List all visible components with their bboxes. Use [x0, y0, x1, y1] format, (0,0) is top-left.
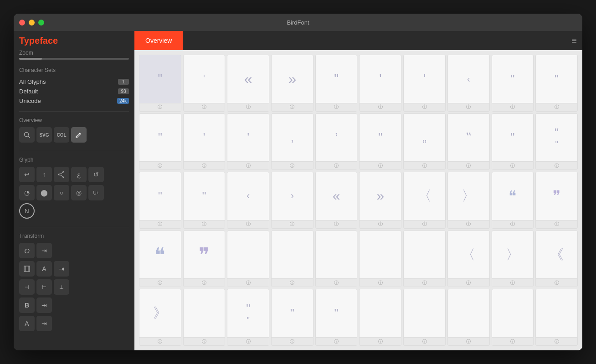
- glyph-cell[interactable]: ‹ ⓘ: [227, 172, 269, 229]
- glyph-cell[interactable]: ❞ ⓘ: [183, 231, 226, 287]
- glyph-cell[interactable]: 〈 ⓘ: [403, 172, 446, 229]
- glyph-cell[interactable]: ⓘ: [359, 289, 401, 346]
- resize-transform-tool[interactable]: [19, 261, 35, 277]
- glyph-info: ⓘ: [227, 103, 269, 111]
- glyph-cell[interactable]: " ⓘ: [139, 172, 181, 229]
- glyph-cell[interactable]: ⓘ: [535, 289, 578, 346]
- glyph-cell[interactable]: « ⓘ: [315, 172, 358, 229]
- overview-section-label: Overview: [19, 117, 129, 123]
- font-transform-tool[interactable]: A: [19, 316, 35, 331]
- glyph-cell[interactable]: " ⓘ: [535, 55, 578, 112]
- move-right-transform-tool[interactable]: ⇥: [36, 243, 52, 258]
- col-tool[interactable]: COL: [54, 127, 69, 143]
- italic-transform-tool[interactable]: O: [19, 243, 35, 258]
- glyph-cell[interactable]: ‟ ⓘ: [447, 113, 490, 170]
- glyph-cell[interactable]: ⓘ: [315, 231, 358, 287]
- glyph-cell[interactable]: ' ⓘ: [183, 55, 226, 112]
- glyph-cell[interactable]: " ⓘ: [139, 55, 181, 112]
- search-tool[interactable]: [19, 127, 35, 143]
- rotate-tool[interactable]: ↺: [88, 167, 104, 182]
- tab-overview[interactable]: Overview: [134, 31, 183, 50]
- menu-icon[interactable]: ≡: [571, 36, 577, 46]
- glyph-cell[interactable]: ‚ ⓘ: [271, 113, 313, 170]
- glyph-cell[interactable]: 》 ⓘ: [139, 289, 181, 346]
- glyph-cell[interactable]: » ⓘ: [271, 55, 313, 112]
- glyph-cell[interactable]: „ ⓘ: [403, 113, 446, 170]
- glyph-cell[interactable]: ‹ ⓘ: [447, 55, 490, 112]
- glyph-cell[interactable]: « ⓘ: [227, 55, 269, 112]
- glyph-cell[interactable]: " ⓘ: [315, 55, 358, 112]
- close-button[interactable]: [19, 20, 25, 26]
- glyph-cell[interactable]: " ⓘ: [271, 289, 313, 346]
- glyph-cell[interactable]: " ⓘ: [315, 289, 358, 346]
- glyph-cell[interactable]: ⓘ: [447, 289, 490, 346]
- char-set-unicode[interactable]: Unicode 24k: [19, 96, 129, 106]
- glyph-cell[interactable]: ⓘ: [403, 231, 446, 287]
- glyph-cell[interactable]: ' ⓘ: [403, 55, 446, 112]
- glyph-info: ⓘ: [227, 161, 269, 169]
- glyph-cell[interactable]: 《 ⓘ: [535, 231, 578, 287]
- glyph-cell[interactable]: " ⓘ: [492, 113, 534, 170]
- maximize-button[interactable]: [38, 20, 44, 26]
- glyph-info: ⓘ: [448, 103, 489, 111]
- glyph-cell[interactable]: ❝ ⓘ: [492, 172, 534, 229]
- glyph-cell[interactable]: " ⓘ: [492, 55, 534, 112]
- unicode-tool[interactable]: U+: [88, 185, 104, 200]
- up-tool[interactable]: ↑: [36, 167, 52, 182]
- glyph-cell[interactable]: ⓘ: [271, 231, 313, 287]
- char-set-all-glyphs[interactable]: All Glyphs 1: [19, 77, 129, 87]
- glyph-cell[interactable]: " " ⓘ: [227, 289, 269, 346]
- glyph-cell[interactable]: ⓘ: [492, 289, 534, 346]
- glyph-cell[interactable]: ⓘ: [359, 231, 401, 287]
- n-tool[interactable]: N: [19, 203, 35, 219]
- glyph-cell[interactable]: › ⓘ: [271, 172, 313, 229]
- svg-tool[interactable]: SVG: [36, 127, 52, 143]
- glyph-cell[interactable]: » ⓘ: [359, 172, 401, 229]
- glyph-cell[interactable]: ❞ ⓘ: [535, 172, 578, 229]
- glyph-symbol: 〈: [458, 231, 479, 279]
- tab-bar: Overview ≡: [134, 31, 582, 50]
- info-icon: ⓘ: [466, 280, 471, 286]
- circle-filled-tool[interactable]: ⬤: [36, 185, 52, 200]
- kern-transform-tool[interactable]: ⇥: [36, 316, 52, 331]
- glyph-cell[interactable]: " ⓘ: [359, 113, 401, 170]
- info-icon: ⓘ: [510, 338, 515, 345]
- glyph-cell[interactable]: ⓘ: [403, 289, 446, 346]
- glyph-cell[interactable]: ⓘ: [183, 289, 226, 346]
- glyph-cell[interactable]: "" ⓘ: [535, 113, 578, 170]
- spacing-transform-tool[interactable]: ⇥: [36, 297, 52, 313]
- circle-outline-tool[interactable]: ◎: [71, 185, 87, 200]
- info-icon: ⓘ: [555, 338, 559, 345]
- minimize-button[interactable]: [29, 20, 35, 26]
- glyph-cell[interactable]: " ⓘ: [183, 172, 226, 229]
- char-set-default[interactable]: Default 93: [19, 87, 129, 96]
- circle-part-tool[interactable]: ◔: [19, 185, 35, 200]
- glyph-cell[interactable]: ‛ ⓘ: [315, 113, 358, 170]
- bold-transform-tool[interactable]: B: [19, 297, 35, 313]
- align-right-transform-tool[interactable]: ⊥: [54, 279, 69, 295]
- main-content: Overview ≡ " ⓘ ' ⓘ « ⓘ: [134, 31, 582, 350]
- glyph-info: ⓘ: [404, 220, 445, 228]
- glyph-cell[interactable]: 〉 ⓘ: [447, 172, 490, 229]
- glyph-cell[interactable]: ' ⓘ: [359, 55, 401, 112]
- arabic-tool[interactable]: ع: [71, 167, 87, 182]
- edit-tool[interactable]: [71, 127, 87, 143]
- glyph-cell[interactable]: 〉 ⓘ: [492, 231, 534, 287]
- align-left-transform-tool[interactable]: ⊣: [19, 279, 35, 295]
- glyph-symbol: ': [200, 114, 209, 162]
- move-transform-tool[interactable]: ⇥: [54, 261, 69, 277]
- circle-tool[interactable]: ○: [54, 185, 69, 200]
- glyph-cell[interactable]: ' ⓘ: [183, 113, 226, 170]
- glyph-cell[interactable]: 〈 ⓘ: [447, 231, 490, 287]
- glyph-cell[interactable]: ⓘ: [227, 231, 269, 287]
- glyph-cell[interactable]: ❝ ⓘ: [139, 231, 181, 287]
- share-tool[interactable]: [54, 167, 69, 182]
- char-set-badge-unicode: 24k: [117, 98, 129, 104]
- undo-tool[interactable]: ↩: [19, 167, 35, 182]
- align-center-transform-tool[interactable]: ⊢: [36, 279, 52, 295]
- glyph-cell[interactable]: ' ⓘ: [227, 113, 269, 170]
- text-transform-tool[interactable]: A: [36, 261, 52, 277]
- info-icon: ⓘ: [422, 221, 427, 227]
- glyph-cell[interactable]: " ⓘ: [139, 113, 181, 170]
- zoom-slider[interactable]: [19, 58, 129, 60]
